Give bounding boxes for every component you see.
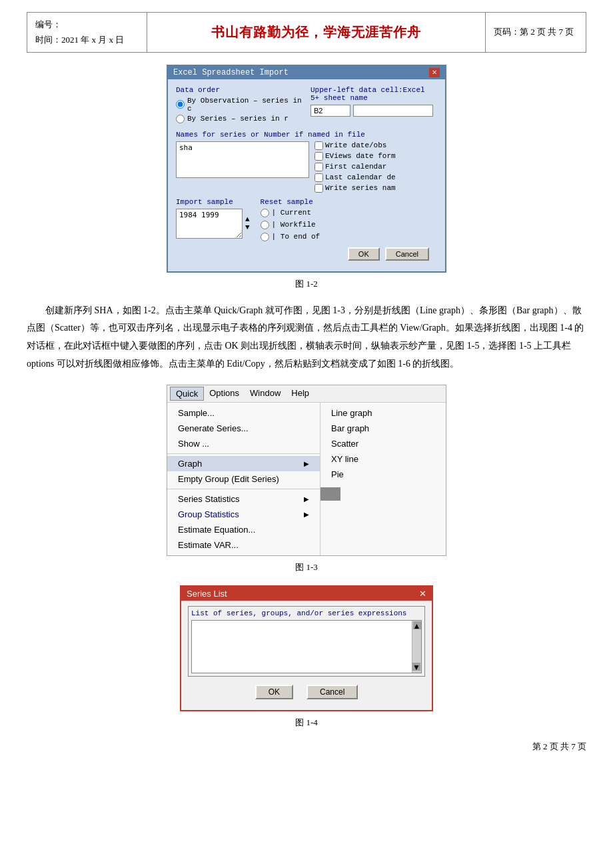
series-dialog-title: Series List ✕ (181, 587, 432, 601)
page-content: Excel Spreadsheet Import ✕ Data order By… (27, 65, 586, 729)
excel-dialog-title: Excel Spreadsheet Import ✕ (168, 66, 445, 79)
menu-item-estimate-eq[interactable]: Estimate Equation... (167, 522, 320, 537)
write-series-row[interactable]: Write series nam (314, 184, 396, 193)
upper-left-label: Upper-left data cell:Excel 5+ sheet name (310, 86, 437, 102)
header-center: 书山有路勤为径，学海无涯苦作舟 (147, 13, 486, 52)
menu-item-estimate-var[interactable]: Estimate VAR... (167, 537, 320, 553)
body-paragraph: 创建新序列 SHA，如图 1-2。点击主菜单 Quick/Graph 就可作图，… (27, 302, 586, 373)
series-stats-arrow-icon: ▶ (304, 495, 309, 503)
radio-toend[interactable]: | To end of (261, 233, 320, 241)
menu-right: Line graph Bar graph Scatter XY line Pie (320, 403, 400, 555)
menu-bar: Quick Options Window Help (167, 385, 446, 403)
menu-item-show[interactable]: Show ... (167, 436, 320, 451)
menu-item-generate[interactable]: Generate Series... (167, 421, 320, 436)
series-cancel-button[interactable]: Cancel (306, 685, 358, 699)
figure-1-4-container: Series List ✕ List of series, groups, an… (27, 585, 586, 729)
import-sample-input[interactable]: 1984 1999 (176, 209, 243, 239)
series-ok-button[interactable]: OK (255, 685, 293, 699)
cancel-button[interactable]: Cancel (385, 247, 429, 261)
menu-dropdown: Sample... Generate Series... Show ... Gr… (167, 403, 446, 555)
series-dialog[interactable]: Series List ✕ List of series, groups, an… (180, 585, 433, 711)
menu-item-empty-group[interactable]: Empty Group (Edit Series) (167, 471, 320, 487)
header-id: 编号： (35, 17, 139, 32)
excel-dialog-buttons: OK Cancel (176, 243, 437, 265)
menu-window[interactable]: Window (245, 387, 286, 401)
menu-item-group-stats[interactable]: Group Statistics ▶ (167, 507, 320, 522)
import-sample-col: Import sample 1984 1999 ▲ ▼ (176, 198, 250, 243)
series-input-area[interactable]: ▲ ▼ (191, 620, 422, 673)
names-row: sha Write date/obs EViews date form (176, 141, 437, 193)
menu-quick[interactable]: Quick (170, 387, 204, 401)
upper-left-input[interactable] (310, 105, 350, 117)
page-header: 编号： 时间：2021 年 x 月 x 日 书山有路勤为径，学海无涯苦作舟 页码… (27, 12, 586, 53)
radio-current[interactable]: | Current (261, 209, 320, 217)
menu-item-graph[interactable]: Graph ▶ (167, 456, 320, 471)
import-section: Import sample 1984 1999 ▲ ▼ Reset sample (176, 198, 437, 243)
submenu-line-graph[interactable]: Line graph (320, 405, 400, 421)
first-calendar-row[interactable]: First calendar (314, 163, 396, 171)
quick-menu[interactable]: Quick Options Window Help Sample... Gene… (167, 385, 446, 556)
figure-1-2-container: Excel Spreadsheet Import ✕ Data order By… (27, 65, 586, 290)
header-motto: 书山有路勤为径，学海无涯苦作舟 (211, 23, 421, 41)
menu-item-sample[interactable]: Sample... (167, 405, 320, 421)
series-scrollbar[interactable]: ▲ ▼ (412, 621, 421, 673)
import-sample-label: Import sample (176, 198, 250, 206)
menu-help[interactable]: Help (286, 387, 314, 401)
submenu-scatter[interactable]: Scatter (320, 436, 400, 451)
dialog-top-row: Data order By Observation – series in c … (176, 86, 437, 125)
scroll-down-arrow[interactable]: ▼ (412, 663, 420, 671)
series-dialog-body: List of series, groups, and/or series ex… (181, 601, 432, 710)
names-section: Names for series or Number if named in f… (176, 131, 437, 193)
header-right: 页码：第 2 页 共 7 页 (486, 13, 586, 52)
submenu-pie[interactable]: Pie (320, 467, 400, 482)
header-date: 时间：2021 年 x 月 x 日 (35, 32, 139, 47)
group-stats-arrow-icon: ▶ (304, 511, 309, 518)
fig1-2-label: 图 1-2 (295, 278, 318, 290)
radio-series[interactable]: By Series – series in r (176, 115, 303, 123)
header-page: 页码：第 2 页 共 7 页 (494, 26, 574, 38)
series-group-label: List of series, groups, and/or series ex… (191, 609, 422, 617)
reset-sample-col: Reset sample | Current | Workfile (261, 198, 320, 243)
excel-dialog[interactable]: Excel Spreadsheet Import ✕ Data order By… (167, 65, 446, 273)
data-order-label: Data order (176, 86, 303, 94)
graph-arrow-icon: ▶ (304, 460, 309, 467)
upper-left-col: Upper-left data cell:Excel 5+ sheet name (310, 86, 437, 125)
figure-1-3-container: Quick Options Window Help Sample... Gene… (27, 385, 586, 573)
submenu-bar-graph[interactable]: Bar graph (320, 421, 400, 436)
data-order-col: Data order By Observation – series in c … (176, 86, 303, 125)
submenu-xy-line[interactable]: XY line (320, 451, 400, 467)
ok-button[interactable]: OK (348, 247, 380, 261)
reset-sample-label: Reset sample (261, 198, 320, 206)
menu-separator-1 (167, 453, 320, 454)
header-left: 编号： 时间：2021 年 x 月 x 日 (27, 13, 147, 52)
write-date-row[interactable]: Write date/obs (314, 141, 396, 150)
series-names-textarea[interactable]: sha (176, 141, 309, 178)
options-checkboxes: Write date/obs EViews date form First ca… (314, 141, 396, 193)
menu-left: Sample... Generate Series... Show ... Gr… (167, 403, 320, 555)
excel-dialog-close[interactable]: ✕ (429, 68, 440, 77)
submenu-scrollbar (320, 487, 340, 501)
fig1-4-label: 图 1-4 (295, 717, 318, 729)
menu-item-series-stats[interactable]: Series Statistics ▶ (167, 491, 320, 507)
menu-separator-2 (167, 489, 320, 489)
import-sample-row: 1984 1999 ▲ ▼ (176, 209, 250, 239)
radio-workfile[interactable]: | Workfile (261, 221, 320, 229)
series-group-box: List of series, groups, and/or series ex… (188, 606, 425, 677)
sheet-name-input[interactable] (353, 105, 433, 117)
eviews-date-row[interactable]: EViews date form (314, 152, 396, 161)
names-label: Names for series or Number if named in f… (176, 131, 437, 139)
scroll-up-arrow[interactable]: ▲ (413, 621, 421, 629)
radio-observation[interactable]: By Observation – series in c (176, 97, 303, 113)
series-dialog-buttons: OK Cancel (188, 682, 425, 705)
excel-dialog-body: Data order By Observation – series in c … (168, 79, 445, 271)
footer-text: 第 2 页 共 7 页 (532, 741, 586, 751)
page-footer: 第 2 页 共 7 页 (27, 741, 586, 753)
last-calendar-row[interactable]: Last calendar de (314, 173, 396, 182)
series-close-icon[interactable]: ✕ (419, 589, 426, 599)
reset-options: | Current | Workfile | To end of (261, 209, 320, 243)
import-scroll-arrows: ▲ ▼ (245, 209, 250, 239)
fig1-3-label: 图 1-3 (295, 561, 318, 573)
menu-options[interactable]: Options (204, 387, 245, 401)
